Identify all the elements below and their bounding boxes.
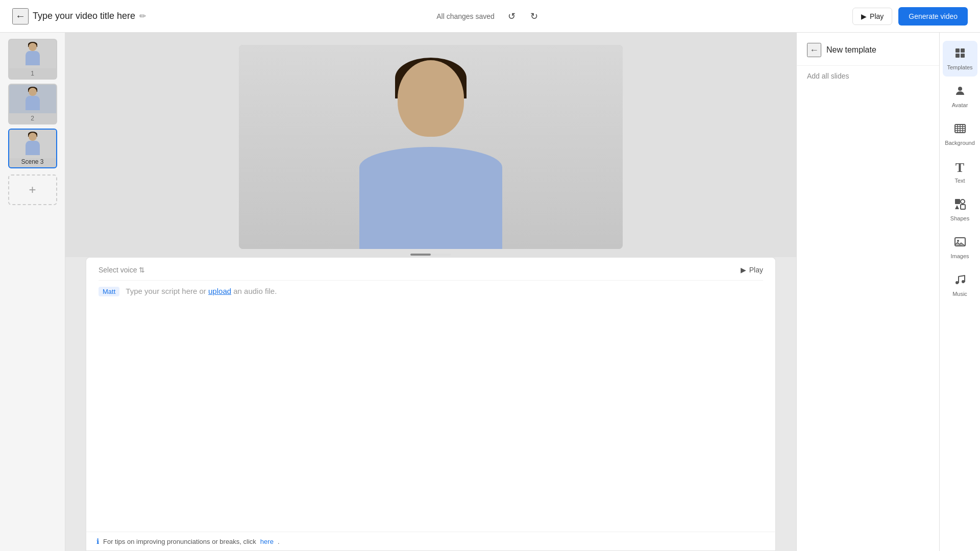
generate-video-button[interactable]: Generate video (898, 7, 968, 26)
tips-suffix: . (278, 538, 280, 545)
back-icon: ← (15, 10, 26, 22)
shapes-icon (954, 198, 966, 213)
sidebar-item-music[interactable]: Music (943, 267, 977, 303)
scenes-panel: 1 2 Scene 3 (0, 33, 65, 551)
avatar-head (398, 60, 464, 137)
script-placeholder: Type your script here or (126, 287, 208, 295)
sidebar-item-shapes[interactable]: Shapes (943, 192, 977, 228)
svg-point-17 (957, 240, 959, 242)
svg-rect-1 (961, 48, 965, 53)
avatar-body (359, 147, 502, 249)
scene-1-thumbnail (9, 40, 56, 68)
scene-thumb-1[interactable]: 1 (8, 39, 57, 80)
play-script-button[interactable]: ▶ Play (741, 266, 763, 274)
thumb-body-3 (26, 141, 40, 155)
play-script-triangle-icon: ▶ (741, 266, 746, 274)
save-status: All changes saved (436, 12, 495, 20)
avatar-label: Avatar (952, 102, 968, 108)
undo-button[interactable]: ↺ (503, 7, 521, 26)
svg-rect-15 (961, 205, 965, 209)
svg-rect-12 (955, 199, 960, 204)
edit-title-icon[interactable]: ✏ (139, 11, 146, 21)
svg-point-4 (958, 87, 962, 91)
template-panel: ← New template Add all slides (796, 33, 939, 551)
scene-3-figure (26, 133, 40, 155)
header-right: ▶ Play Generate video (552, 7, 968, 26)
scene-1-number: 1 (9, 68, 56, 79)
voice-label: Select voice (99, 266, 137, 274)
header-left: ← Type your video title here ✏ (12, 8, 428, 24)
template-title: New template (826, 45, 876, 55)
script-area: Select voice ⇅ ▶ Play Matt Type your scr… (86, 257, 776, 532)
templates-label: Templates (947, 64, 972, 70)
header-center: All changes saved ↺ ↻ (436, 7, 544, 26)
tips-link[interactable]: here (260, 538, 274, 545)
progress-bar (410, 254, 451, 256)
scene-3-label: Scene 3 (9, 158, 56, 167)
text-label: Text (954, 178, 965, 184)
scene-2-number: 2 (9, 113, 56, 123)
scene-2-thumbnail (9, 85, 56, 113)
video-canvas (239, 45, 623, 249)
thumb-head-2 (29, 88, 37, 96)
shapes-label: Shapes (950, 215, 969, 221)
info-icon: ℹ (96, 537, 99, 545)
generate-label: Generate video (909, 12, 958, 20)
play-label: Play (870, 12, 884, 20)
voice-select[interactable]: Select voice ⇅ (99, 266, 145, 274)
scene-3-thumbnail (9, 130, 56, 158)
play-script-label: Play (749, 266, 763, 274)
thumb-body-1 (26, 51, 40, 65)
background-label: Background (945, 140, 975, 146)
upload-link[interactable]: upload (208, 287, 231, 295)
svg-marker-14 (955, 205, 959, 209)
images-label: Images (950, 253, 969, 259)
svg-rect-3 (961, 54, 965, 58)
sidebar-item-templates[interactable]: Templates (943, 41, 977, 77)
center-content: Select voice ⇅ ▶ Play Matt Type your scr… (65, 33, 796, 551)
music-icon (954, 273, 966, 289)
svg-rect-2 (955, 54, 960, 58)
music-label: Music (952, 291, 967, 297)
right-sidebar: Templates Avatar (939, 33, 980, 551)
add-scene-button[interactable]: + (8, 174, 57, 205)
voice-chevron-icon: ⇅ (139, 266, 145, 274)
back-template-button[interactable]: ← (807, 43, 821, 57)
script-placeholder-suffix: an audio file. (231, 287, 277, 295)
video-area (65, 33, 796, 257)
script-toolbar: Select voice ⇅ ▶ Play (99, 266, 763, 281)
video-title[interactable]: Type your video title here (33, 11, 135, 21)
thumb-body-2 (26, 96, 40, 110)
tips-text: For tips on improving pronunciations or … (103, 538, 256, 545)
templates-icon (954, 47, 966, 62)
sidebar-item-images[interactable]: Images (943, 230, 977, 265)
speaker-badge[interactable]: Matt (99, 287, 119, 296)
undo-redo-group: ↺ ↻ (503, 7, 544, 26)
scene-1-figure (26, 43, 40, 65)
scene-thumb-3[interactable]: Scene 3 (8, 129, 57, 168)
thumb-head-3 (29, 133, 37, 141)
sidebar-item-text[interactable]: T Text (943, 154, 977, 190)
avatar-icon (954, 85, 966, 100)
template-header: ← New template (797, 33, 939, 66)
back-button[interactable]: ← (12, 8, 29, 24)
svg-rect-0 (955, 48, 960, 53)
avatar-figure (239, 45, 623, 249)
play-triangle-icon: ▶ (861, 12, 867, 20)
text-icon: T (955, 160, 964, 176)
scene-thumb-2[interactable]: 2 (8, 84, 57, 124)
play-button[interactable]: ▶ Play (852, 8, 892, 25)
background-icon (954, 122, 966, 138)
svg-point-19 (962, 280, 965, 283)
script-text-area[interactable]: Type your script here or upload an audio… (126, 287, 277, 295)
scene-2-figure (26, 88, 40, 110)
redo-button[interactable]: ↻ (525, 7, 544, 26)
app-header: ← Type your video title here ✏ All chang… (0, 0, 980, 33)
svg-point-13 (961, 199, 965, 204)
sidebar-item-avatar[interactable]: Avatar (943, 79, 977, 114)
images-icon (954, 236, 966, 251)
add-all-slides-button[interactable]: Add all slides (797, 66, 939, 86)
sidebar-item-background[interactable]: Background (943, 116, 977, 152)
tips-bar: ℹ For tips on improving pronunciations o… (86, 532, 776, 551)
script-content: Matt Type your script here or upload an … (99, 287, 763, 296)
